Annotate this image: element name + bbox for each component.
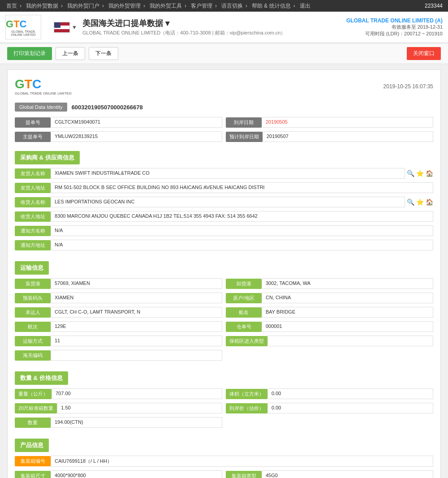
container-size-value: 4000*900*800: [51, 470, 222, 478]
volume-label: 体积（立方米）: [226, 389, 267, 399]
qty-field: 数量 194.00(CTN): [15, 417, 222, 428]
origin-region-value: CN, CHINA: [262, 293, 433, 303]
shipper-name-field: 发货人名称 XIAMEN SWIFT INDUSTRIAL&TRADE CO 🔍…: [15, 168, 433, 179]
container-type-field: 集装箱类型 45G0: [226, 470, 433, 478]
quantity-price-header: 数量 & 价格信息: [15, 371, 68, 385]
volume-value: 0.00: [267, 388, 433, 399]
origin-region-label: 原户/地区: [226, 293, 262, 303]
page-header: GTC GLOBAL TRADE ONLINE LIMITED ▼ 美国海关进口…: [0, 12, 448, 43]
nav-trade-tools[interactable]: 我的外贸工具: [150, 2, 182, 10]
quantity-price-section: 数量 & 价格信息 重量（公斤） 707.00 体积（立方米） 0.00 20尺…: [15, 366, 433, 428]
transport-row-6: 海关编码: [15, 350, 433, 361]
buyer-supplier-header: 采购商 & 供应商信息: [15, 151, 80, 164]
search-icon-2[interactable]: 🔍: [407, 198, 414, 206]
shipper-name-row: 发货人名称 XIAMEN SWIFT INDUSTRIAL&TRADE CO 🔍…: [15, 168, 433, 179]
vessel-label: 船名: [226, 307, 262, 318]
header-right: GLOBAL TRADE ONLINE LIMITED (A) 有效服务至 20…: [346, 17, 443, 37]
container20-value: 1.50: [57, 403, 222, 413]
home-icon[interactable]: 🏠: [426, 170, 433, 177]
transport-row-5: 运输方式 11 保税区进入类型: [15, 336, 433, 346]
shipper-addr-row: 发货人地址 RM 501-502 BLOCK B SEC OFFICE BUIL…: [15, 182, 433, 193]
page-subtitle: GLOBAL TRADE ONLINE LIMITED（电话：400-710-3…: [82, 30, 346, 36]
consignee-addr-value: 8300 MARCONI ANJOU QUEBEC CANADA H1J 1B2…: [51, 211, 433, 222]
company-name: GLOBAL TRADE ONLINE LIMITED (A): [346, 17, 443, 24]
global-data-identity-label: Global Data Identity: [15, 103, 67, 112]
container-no-label: 集装箱编号: [15, 456, 51, 466]
nav-customer[interactable]: 客户管理: [191, 2, 212, 10]
customs-code-value: [51, 350, 222, 361]
estimated-date-field: 预计到岸日期 20190507: [226, 131, 433, 142]
qp-row-1: 重量（公斤） 707.00 体积（立方米） 0.00: [15, 388, 433, 399]
shipper-addr-label: 发货人地址: [15, 183, 51, 193]
unit-price-label: 到岸价（估价）: [226, 403, 267, 413]
transport-row-2: 预装码头 XIAMEN 原户/地区 CN, CHINA: [15, 293, 433, 303]
global-data-identity-value: 6003201905070000266678: [72, 104, 143, 111]
carrier-value: CGLT, CH C-O, LAMT TRANSPORT, N: [51, 307, 222, 318]
notify-name-value: N/A: [51, 225, 433, 236]
print-button[interactable]: 打印策划记录: [7, 47, 52, 60]
consignee-name-field: 收货人名称 LES IMPORTATIONS GEOCAN INC 🔍 ⭐ 🏠: [15, 197, 433, 207]
page-title: 美国海关进口提单数据 ▾: [82, 18, 346, 29]
home-icon-2[interactable]: 🏠: [426, 198, 433, 206]
logo-area: GTC GLOBAL TRADE ONLINE LIMITED: [5, 15, 41, 39]
nav-help[interactable]: 帮助 & 统计信息: [252, 2, 291, 10]
transport-section: 运输信息 装货港 57069, XIAMEN 卸货港 3002, TACOMA,…: [15, 256, 433, 361]
nav-trade-data[interactable]: 我的外贸数据: [26, 2, 58, 10]
consignee-addr-field: 收货人地址 8300 MARCONI ANJOU QUEBEC CANADA H…: [15, 211, 433, 222]
bond-type-value: [267, 336, 433, 346]
estimated-date-value: 20190507: [263, 131, 433, 142]
arrival-date-label: 到岸日期: [226, 117, 262, 128]
bill-row-2: 主提单号 YMLUW228139215 预计到岸日期 20190507: [15, 131, 433, 142]
container-type-label: 集装箱类型: [226, 471, 262, 478]
transport-row-1: 装货港 57069, XIAMEN 卸货港 3002, TACOMA, WA: [15, 278, 433, 289]
global-data-identity-row: Global Data Identity 6003201905070000266…: [15, 103, 433, 112]
discharge-port-field: 卸货港 3002, TACOMA, WA: [226, 278, 433, 289]
warehouse-label: 仓单号: [226, 322, 262, 332]
warehouse-field: 仓单号 000001: [226, 321, 433, 332]
pre-carriage-value: XIAMEN: [51, 293, 222, 303]
next-button[interactable]: 下一条: [89, 47, 118, 60]
bill-no-value: CGLTCXM19040071: [51, 117, 222, 128]
nav-logout[interactable]: 退出: [300, 2, 310, 10]
nav-trade-portal[interactable]: 我的外贸门户: [67, 2, 99, 10]
notify-name-field: 通知方名称 N/A: [15, 225, 433, 236]
close-button[interactable]: 关闭窗口: [407, 47, 441, 60]
vessel-field: 船名 BAY BRIDGE: [226, 307, 433, 318]
search-icon[interactable]: 🔍: [407, 170, 414, 177]
notify-addr-value: N/A: [51, 240, 433, 250]
nav-home[interactable]: 首页: [6, 2, 17, 10]
record-header: GTC GLOBAL TRADE ONLINE LIMITED 2019-10-…: [15, 77, 433, 95]
transport-row-4: 航次 129E 仓单号 000001: [15, 321, 433, 332]
notify-addr-field: 通知方地址 N/A: [15, 240, 433, 250]
nav-trade-manage[interactable]: 我的外贸管理: [108, 2, 141, 10]
carrier-field: 承运人 CGLT, CH C-O, LAMT TRANSPORT, N: [15, 307, 222, 318]
notify-addr-label: 通知方地址: [15, 240, 51, 250]
logo: GTC GLOBAL TRADE ONLINE LIMITED: [5, 15, 41, 39]
vessel-value: BAY BRIDGE: [262, 307, 433, 318]
main-content: GTC GLOBAL TRADE ONLINE LIMITED 2019-10-…: [0, 64, 448, 478]
top-toolbar: 打印策划记录 上一条 下一条 关闭窗口: [0, 43, 448, 64]
bill-row-1: 提单号 CGLTCXM19040071 到岸日期 20190505: [15, 117, 433, 128]
transport-mode-field: 运输方式 11: [15, 336, 222, 346]
shipper-addr-field: 发货人地址 RM 501-502 BLOCK B SEC OFFICE BUIL…: [15, 182, 433, 193]
voyage-field: 航次 129E: [15, 321, 222, 332]
customs-code-label: 海关编码: [15, 350, 51, 361]
consignee-name-value: LES IMPORTATIONS GEOCAN INC: [51, 197, 405, 207]
star-icon-2[interactable]: ⭐: [416, 198, 424, 206]
discharge-port-value: 3002, TACOMA, WA: [262, 278, 433, 289]
nav-language[interactable]: 语言切换: [221, 2, 243, 10]
valid-until: 有效服务至 2019-12-31: [346, 24, 443, 30]
prev-button[interactable]: 上一条: [56, 47, 85, 60]
top-navigation: 首页 › 我的外贸数据 › 我的外贸门户 › 我的外贸管理 › 我的外贸工具 ›…: [0, 0, 448, 12]
master-bill-value: YMLUW228139215: [51, 131, 222, 142]
flag-area[interactable]: ▼: [54, 22, 77, 33]
container-size-field: 集装箱尺寸 4000*900*800: [15, 470, 222, 478]
unit-price-field: 到岸价（估价） 0.00: [226, 403, 433, 413]
consignee-name-label: 收货人名称: [15, 197, 51, 207]
notify-name-row: 通知方名称 N/A: [15, 225, 433, 236]
transport-empty: [226, 350, 433, 361]
container-type-value: 45G0: [262, 470, 433, 478]
record-logo: GTC GLOBAL TRADE ONLINE LIMITED: [15, 77, 72, 95]
estimated-date-label: 预计到岸日期: [226, 132, 263, 142]
star-icon[interactable]: ⭐: [416, 170, 424, 177]
